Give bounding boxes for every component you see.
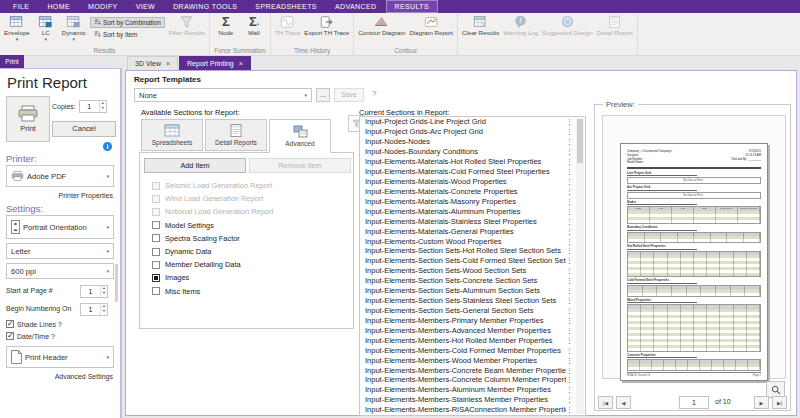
current-section-item[interactable]: Input-Elements-Section Sets-Wood Section… <box>360 266 585 276</box>
checkbox-icon[interactable] <box>152 195 160 203</box>
checkbox-icon[interactable] <box>152 248 160 256</box>
printer-properties-link[interactable]: Printer Properties <box>59 192 113 199</box>
start-at-page-stepper[interactable]: 1 <box>80 285 108 298</box>
tab-detail-reports[interactable]: Detail Reports <box>205 119 267 151</box>
drag-handle-icon[interactable]: ⋮ <box>566 147 573 156</box>
doc-tab-3d-view[interactable]: 3D View× <box>127 56 178 70</box>
current-section-item[interactable]: Input-Elements-Section Sets-Stainless St… <box>360 296 585 306</box>
checkbox-icon[interactable] <box>152 182 160 190</box>
current-section-item[interactable]: Input-Elements-Materials-Masonry Propert… <box>360 196 585 206</box>
current-section-item[interactable]: Input-Elements-Members-Concrete Column M… <box>360 375 585 385</box>
diagram-report-button[interactable]: Diagram Report <box>407 14 455 37</box>
available-section-item[interactable]: Spectra Scaling Factor <box>144 232 349 245</box>
current-section-item[interactable]: Input-Elements-Section Sets-General Sect… <box>360 306 585 316</box>
available-section-item[interactable]: Member Detailing Data <box>144 258 349 271</box>
dynamic-button[interactable]: Dynamic <box>60 14 88 41</box>
available-section-item[interactable]: Images <box>144 271 349 284</box>
available-section-item[interactable]: Wind Load Generation Report <box>144 192 349 205</box>
current-section-item[interactable]: Input-Elements-Members-Concrete Beam Mem… <box>360 365 585 375</box>
drag-handle-icon[interactable]: ⋮ <box>566 177 573 186</box>
available-section-item[interactable]: Dynamic Data <box>144 245 349 258</box>
current-section-item[interactable]: Input-Nodes-Boundary Conditions⋮ <box>360 147 585 157</box>
drag-handle-icon[interactable]: ⋮ <box>566 276 573 285</box>
print-button[interactable]: Print <box>6 96 50 142</box>
current-section-item[interactable]: Input-Elements-Custom Wood Properties⋮ <box>360 236 585 246</box>
current-section-item[interactable]: Input-Elements-Materials-Wood Properties… <box>360 177 585 187</box>
paper-size-select[interactable]: Letter <box>6 243 114 259</box>
copies-stepper[interactable]: 1 <box>79 100 107 113</box>
cancel-button[interactable]: Cancel <box>52 121 116 137</box>
current-section-item[interactable]: Input-Elements-Members-Aluminum Member P… <box>360 385 585 395</box>
help-icon[interactable]: ? <box>372 89 376 98</box>
printer-select[interactable]: Adobe PDF <box>6 165 114 187</box>
current-section-item[interactable]: Input-Elements-Members-Stainless Member … <box>360 395 585 405</box>
ribbon-tab-file[interactable]: FILE <box>4 0 38 13</box>
datetime-checkbox[interactable]: Date/Time ? <box>6 332 55 340</box>
first-page-button[interactable] <box>598 396 613 409</box>
current-section-item[interactable]: Input-Elements-Materials-Cold Formed Ste… <box>360 167 585 177</box>
suggested-design-button[interactable]: Suggested Design <box>540 14 595 37</box>
drag-handle-icon[interactable]: ⋮ <box>566 326 573 335</box>
drag-handle-icon[interactable]: ⋮ <box>566 296 573 305</box>
print-side-tab[interactable]: Print <box>0 55 24 68</box>
drag-handle-icon[interactable]: ⋮ <box>566 336 573 345</box>
current-section-item[interactable]: Input-Elements-Section Sets-Hot Rolled S… <box>360 246 585 256</box>
spinner-icon[interactable] <box>100 304 107 315</box>
drag-handle-icon[interactable]: ⋮ <box>566 117 573 126</box>
dpi-select[interactable]: 600 ppi <box>6 263 114 279</box>
remove-item-button[interactable]: Remove Item <box>249 158 351 173</box>
current-section-item[interactable]: Input-Elements-Members-Advanced Member P… <box>360 325 585 335</box>
checkbox-icon[interactable] <box>152 221 160 229</box>
checkbox-icon[interactable] <box>152 234 160 242</box>
current-section-item[interactable]: Input-Elements-Materials-Aluminum Proper… <box>360 206 585 216</box>
detail-report-button[interactable]: Detail Report <box>595 14 635 37</box>
ribbon-tab-modify[interactable]: MODIFY <box>79 0 127 13</box>
current-section-item[interactable]: Input-Elements-Section Sets-Aluminum Sec… <box>360 286 585 296</box>
drag-handle-icon[interactable]: ⋮ <box>566 246 573 255</box>
sort-by-combination-button[interactable]: Sort by Combination <box>90 17 165 28</box>
drag-handle-icon[interactable]: ⋮ <box>566 217 573 226</box>
drag-handle-icon[interactable]: ⋮ <box>566 266 573 275</box>
spinner-icon[interactable] <box>99 101 106 112</box>
checkbox-icon[interactable] <box>152 274 160 282</box>
drag-handle-icon[interactable]: ⋮ <box>566 385 573 394</box>
list-scrollbar[interactable] <box>576 118 584 414</box>
drag-handle-icon[interactable]: ⋮ <box>566 207 573 216</box>
drag-handle-icon[interactable]: ⋮ <box>566 306 573 315</box>
checkbox-icon[interactable] <box>152 208 160 216</box>
checkbox-icon[interactable] <box>152 287 160 295</box>
save-template-button[interactable]: Save <box>334 88 364 102</box>
doc-tab-report-printing[interactable]: Report Printing× <box>179 56 251 70</box>
available-section-item[interactable]: Seismic Load Generation Report <box>144 179 349 192</box>
drag-handle-icon[interactable]: ⋮ <box>566 167 573 176</box>
page-number-field[interactable]: 1 <box>679 396 709 409</box>
ribbon-tab-view[interactable]: VIEW <box>127 0 165 13</box>
close-icon[interactable]: × <box>239 60 243 67</box>
current-section-item[interactable]: Input-Elements-Members-Primary Member Pr… <box>360 315 585 325</box>
current-section-item[interactable]: Input-Elements-Section Sets-Cold Formed … <box>360 256 585 266</box>
available-section-item[interactable]: Notional Load Generation Report <box>144 205 349 218</box>
ribbon-tab-results[interactable]: RESULTS <box>386 0 439 13</box>
last-page-button[interactable] <box>772 396 787 409</box>
current-section-item[interactable]: Input-Nodes-Nodes⋮ <box>360 137 585 147</box>
browse-template-button[interactable]: ... <box>316 88 330 102</box>
available-section-item[interactable]: Misc Items <box>144 285 349 298</box>
panel-scrollbar[interactable] <box>115 264 118 302</box>
drag-handle-icon[interactable]: ⋮ <box>566 346 573 355</box>
lc-button[interactable]: LC <box>32 14 60 41</box>
drag-handle-icon[interactable]: ⋮ <box>566 395 573 404</box>
begin-numbering-stepper[interactable]: 1 <box>80 303 108 316</box>
available-section-item[interactable]: Model Settings <box>144 219 349 232</box>
drag-handle-icon[interactable]: ⋮ <box>566 237 573 246</box>
add-item-button[interactable]: Add Item <box>144 158 246 173</box>
current-section-item[interactable]: Input-Elements-Members-Hot Rolled Member… <box>360 335 585 345</box>
sort-by-item-button[interactable]: Sort by Item <box>90 29 165 40</box>
report-template-select[interactable]: None <box>134 88 312 102</box>
current-section-item[interactable]: Input-Project Grids-Arc Project Grid⋮ <box>360 127 585 137</box>
current-section-item[interactable]: Input-Elements-Materials-Concrete Proper… <box>360 186 585 196</box>
tab-advanced[interactable]: Advanced <box>269 119 331 153</box>
drag-handle-icon[interactable]: ⋮ <box>566 127 573 136</box>
drag-handle-icon[interactable]: ⋮ <box>566 157 573 166</box>
drag-handle-icon[interactable]: ⋮ <box>566 227 573 236</box>
export-th-trace-button[interactable]: Export TH Trace <box>302 14 351 37</box>
